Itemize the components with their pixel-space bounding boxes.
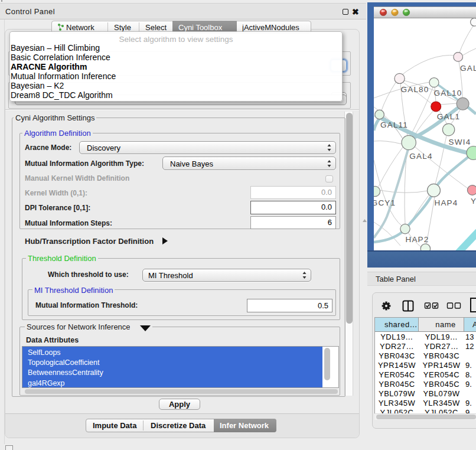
svg-text:HAP4: HAP4	[434, 198, 458, 207]
svg-text:GAL1: GAL1	[437, 112, 460, 121]
svg-text:SWI4: SWI4	[449, 138, 471, 146]
svg-text:GAL80: GAL80	[400, 85, 429, 94]
svg-text:GAL: GAL	[460, 64, 476, 73]
svg-text:HAP2: HAP2	[405, 235, 429, 244]
svg-text:GAL10: GAL10	[433, 89, 462, 97]
svg-text:GCY1: GCY1	[374, 198, 396, 207]
svg-text:Y: Y	[471, 197, 476, 206]
svg-text:GAL4: GAL4	[409, 152, 432, 161]
svg-text:GAL11: GAL11	[380, 120, 408, 129]
